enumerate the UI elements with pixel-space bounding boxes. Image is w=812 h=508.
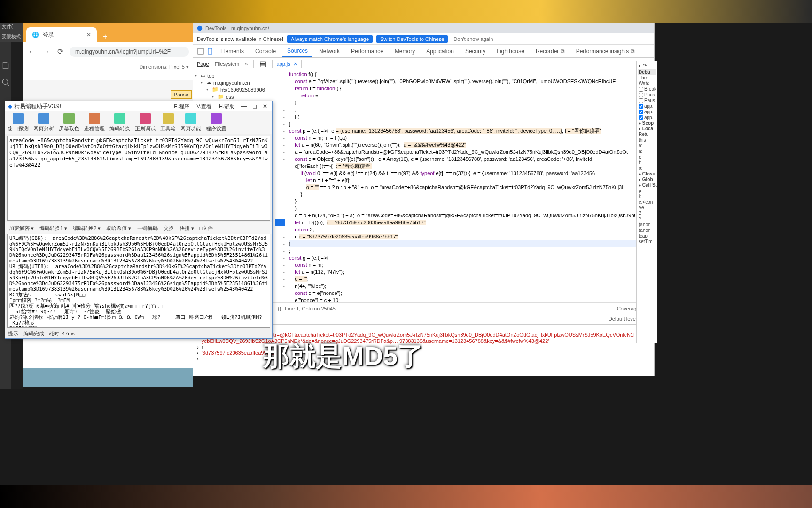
prompt-icon: › [197,356,199,362]
inspect-icon[interactable] [197,48,204,55]
midbar-快捷[interactable]: 快捷 ▾ [180,225,194,232]
debugger-item[interactable]: p [638,188,656,194]
maximize-button[interactable]: ◻ [250,103,259,110]
debugger-item[interactable]: k [638,194,656,199]
debugger-item[interactable]: e.<con [638,199,656,205]
subtab-page[interactable]: Page [197,61,209,67]
debugger-item[interactable]: r: [638,154,656,160]
debugger-item[interactable]: Watc [638,81,656,87]
toolbar-进程管理[interactable]: 进程管理 [84,113,105,132]
new-tab-button[interactable]: + [100,31,111,42]
switch-chinese-button[interactable]: Switch DevTools to Chinese [376,35,448,43]
minimize-button[interactable]: ― [239,103,249,110]
debugger-item[interactable]: a: [638,143,656,149]
output-textarea[interactable]: URL编码(GBK): areaCode%3D%2B86%26captchaRa… [7,234,270,328]
subtab-more[interactable]: » [245,61,248,67]
menu-help[interactable]: H.帮助 [216,103,237,110]
debugger-item[interactable]: Ve [638,205,656,211]
tree-domain[interactable]: m.qingyouhn.cn [213,80,250,86]
debugger-item[interactable]: Z [638,211,656,216]
debugger-sidebar[interactable]: ▸ ↷ Debu ThreWatcBreakPausPausapp.app.ap… [636,61,657,343]
tab-perf-insights[interactable]: Performance insights ⧉ [571,45,640,57]
dismiss-banner[interactable]: Don't show again [453,36,493,42]
reload-button[interactable]: ⟳ [55,47,65,56]
url-input[interactable]: m.qingyouhn.cn/#/login?jumpUrl=%2F [70,47,189,57]
debugger-item[interactable]: o: [638,166,656,171]
toolbar-网页分析[interactable]: 网页分析 [33,113,54,132]
midbar-一键解码[interactable]: 一键解码 [137,225,158,232]
resume-icon[interactable]: ▸ [639,63,641,68]
toolbar-屏幕取色[interactable]: 屏幕取色 [59,113,79,132]
debugger-item[interactable]: Thre [638,75,656,81]
tab-application[interactable]: Application [422,45,459,57]
debugger-item[interactable]: this [638,137,656,143]
subtab-filesystem[interactable]: Filesystem [215,61,240,67]
tab-security[interactable]: Security [461,45,490,57]
code-editor[interactable]: function f() { const e = ["qfAIzet".spli… [287,70,654,302]
midbar-取哈希值[interactable]: 取哈希值 ▾ [106,225,131,232]
tab-lighthouse[interactable]: Lighthouse [492,45,529,57]
debugger-item[interactable]: app. [638,103,656,109]
debugger-item[interactable]: Y [638,216,656,222]
tree-top[interactable]: top [207,73,214,79]
debugger-item[interactable]: ▸ Loca [638,126,656,132]
debugger-item[interactable]: n: [638,149,656,154]
tree-folder2[interactable]: css [226,94,234,100]
debugger-item[interactable]: ▸ Scop [638,120,656,126]
open-file-tab[interactable]: app.js ✕ [272,60,301,68]
toolbar-工具箱[interactable]: 工具箱 [160,113,176,132]
debugger-item[interactable]: tcap [638,233,656,239]
forward-button[interactable]: → [41,47,51,56]
step-over-icon[interactable]: ↷ [643,63,647,68]
toolbar-网页功能[interactable]: 网页功能 [180,113,201,132]
browser-tab[interactable]: 🌐 登录 ✕ [26,27,97,42]
debugger-item[interactable]: app. [638,115,656,120]
debugger-item[interactable]: ▸ Glob [638,177,656,183]
device-icon[interactable] [206,48,214,55]
sidebar-toggle-icon[interactable]: ▤ [259,59,266,68]
tab-performance[interactable]: Performance [346,45,388,57]
midbar-□文件[interactable]: □文件 [200,225,213,232]
search-icon[interactable] [1,78,10,87]
match-language-button[interactable]: Always match Chrome's language [287,35,373,43]
tab-close-icon[interactable]: ✕ [86,32,91,38]
toolbar-程序设置[interactable]: 程序设置 [206,113,226,132]
device-dimensions[interactable]: Dimensions: Pixel 5 ▾ [139,64,189,70]
tab-elements[interactable]: Elements [216,45,249,57]
close-button[interactable]: ✕ [261,103,269,110]
debugger-item[interactable]: ▸ Closu [638,171,656,177]
braces-icon[interactable]: {} [278,306,281,311]
debugger-item[interactable]: Break [638,87,656,92]
debugger-item[interactable]: app. [638,109,656,115]
midbar-编码转换1[interactable]: 编码转换1 ▾ [39,225,67,232]
menu-view[interactable]: V.查看 [194,103,214,110]
toolbar-编码转换[interactable]: 编码转换 [109,113,130,132]
debugger-item[interactable]: Retu [638,132,656,137]
toolbar-窗口探测[interactable]: 窗口探测 [8,113,29,132]
gutter[interactable]: ----------------------------------------… [273,70,287,302]
close-file-icon[interactable]: ✕ [293,61,297,67]
debugger-item[interactable]: setTim [638,239,656,245]
debugger-item[interactable]: (anon [638,222,656,228]
debugger-item[interactable]: (anon [638,228,656,233]
midbar-编码转换2[interactable]: 编码转换2 ▾ [73,225,101,232]
tab-console[interactable]: Console [250,45,281,57]
tab-sources[interactable]: Sources [282,45,312,57]
debugger-item[interactable]: Paus [638,92,656,98]
debugger-item[interactable]: t: [638,160,656,166]
tab-memory[interactable]: Memory [390,45,420,57]
util-titlebar[interactable]: ◆ 精易编程助手V3.98 E.程序 V.查看 H.帮助 ― ◻ ✕ [5,101,272,111]
menu-program[interactable]: E.程序 [171,103,192,110]
tab-title: 登录 [43,31,54,39]
back-button[interactable]: ← [27,47,37,56]
midbar-加密解密[interactable]: 加密解密 ▾ [9,225,34,232]
input-textarea[interactable]: areaCode=+86&captchaRandstr=@kGF&captcha… [7,136,270,221]
files-icon[interactable] [1,61,10,70]
toolbar-正则调试[interactable]: 正则调试 [135,113,156,132]
tree-folder1[interactable]: h5/1696925089906 [220,87,265,93]
midbar-交换[interactable]: 交换 [164,225,174,232]
debugger-item[interactable]: ▸ Call St [638,183,656,188]
debugger-item[interactable]: Paus [638,98,656,103]
tab-recorder[interactable]: Recorder ⧉ [531,45,570,57]
tab-network[interactable]: Network [314,45,344,57]
